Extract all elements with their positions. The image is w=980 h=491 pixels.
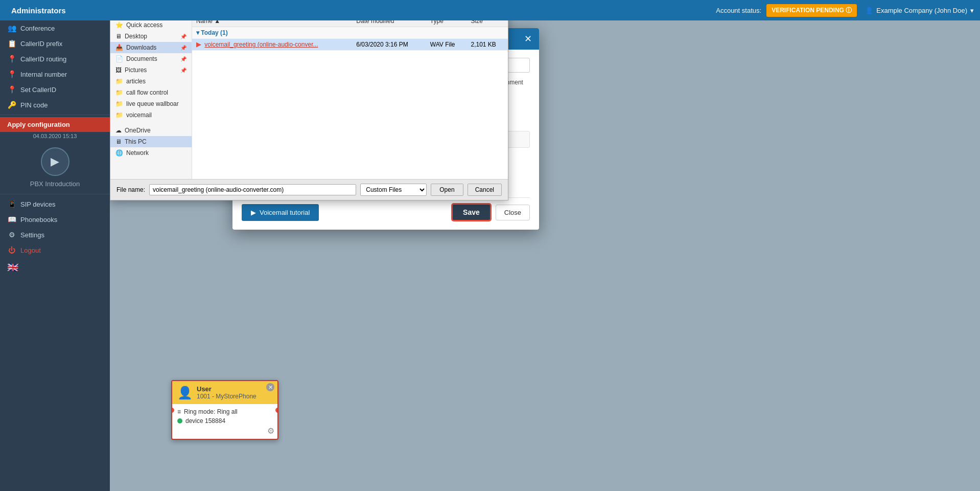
sidebar-live-queue[interactable]: 📁 live queue wallboar xyxy=(110,98,192,109)
verification-badge[interactable]: VERIFICATION PENDING ⓘ xyxy=(766,4,857,17)
network-icon: 🌐 xyxy=(115,149,123,157)
pbx-intro-video-btn[interactable]: ▶ xyxy=(41,147,69,176)
user-card-header: 👤 User 1001 - MyStorePhone ✕ xyxy=(172,381,277,404)
ring-mode-label: Ring mode: Ring all xyxy=(184,408,238,415)
cancel-button[interactable]: Cancel xyxy=(468,184,502,196)
table-row[interactable]: ▶ voicemail_greeting (online-audio-conve… xyxy=(192,39,508,51)
file-name: voicemail_greeting (online-audio-conver.… xyxy=(204,41,318,48)
pin-icon: 📌 xyxy=(180,45,186,51)
user-card-gear-icon[interactable]: ⚙ xyxy=(267,426,274,436)
sidebar-item-label: PIN code xyxy=(20,101,48,109)
file-group-header: ▾ Today (1) xyxy=(192,27,508,39)
sidebar-item-sip-devices[interactable]: 📱 SIP devices xyxy=(0,196,110,212)
file-dialog-footer: File name: Custom Files Open Cancel xyxy=(110,179,508,200)
sidebar: 👥 Conference 📋 CallerID prefix 📍 CallerI… xyxy=(0,0,110,491)
file-name-label: File name: xyxy=(116,186,145,193)
pin-icon: 📌 xyxy=(180,56,186,62)
sidebar-item-callerid-prefix[interactable]: 📋 CallerID prefix xyxy=(0,36,110,51)
sidebar-timestamp: 04.03.2020 15:13 xyxy=(0,132,110,143)
language-flag[interactable]: 🇬🇧 xyxy=(0,258,110,277)
phonebooks-icon: 📖 xyxy=(7,215,16,224)
file-size: 2,101 KB xyxy=(466,39,508,51)
articles-label: articles xyxy=(126,78,146,85)
close-button[interactable]: Close xyxy=(496,205,530,220)
desktop-label: Desktop xyxy=(125,33,147,40)
thispc-label: This PC xyxy=(125,138,147,145)
sidebar-item-label: Logout xyxy=(20,247,41,254)
sidebar-network[interactable]: 🌐 Network xyxy=(110,147,192,159)
dialog-footer: ▶ Voicemail tutorial Save Close xyxy=(242,197,530,221)
file-name-input[interactable] xyxy=(149,184,356,195)
pin-code-icon: 🔑 xyxy=(7,101,16,109)
admin-label: Administrators xyxy=(11,6,66,15)
user-info[interactable]: 👤 Example Company (John Doe) ▾ xyxy=(865,7,974,14)
file-type: WAV File xyxy=(426,39,467,51)
device-status-dot xyxy=(177,418,182,423)
sidebar-item-phonebooks[interactable]: 📖 Phonebooks xyxy=(0,212,110,227)
sidebar-item-pin-code[interactable]: 🔑 PIN code xyxy=(0,97,110,113)
sidebar-item-set-callerid[interactable]: 📍 Set CallerID xyxy=(0,82,110,97)
ring-mode-icon: ≡ xyxy=(177,408,181,415)
sidebar-pictures[interactable]: 🖼 Pictures 📌 xyxy=(110,64,192,76)
sidebar-voicemail[interactable]: 📁 voicemail xyxy=(110,109,192,121)
file-sidebar: ⭐ Quick access 🖥 Desktop 📌 📥 Downloads 📌… xyxy=(110,15,192,179)
settings-icon: ⚙ xyxy=(7,231,16,239)
callerid-routing-icon: 📍 xyxy=(7,55,16,63)
sidebar-documents[interactable]: 📄 Documents 📌 xyxy=(110,53,192,64)
voicemail-label: voicemail xyxy=(126,111,152,119)
pin-icon: 📌 xyxy=(180,34,186,39)
sidebar-item-label: SIP devices xyxy=(20,200,55,208)
sidebar-item-label: Conference xyxy=(20,25,55,32)
callerid-prefix-icon: 📋 xyxy=(7,39,16,48)
sidebar-item-label: Settings xyxy=(20,231,44,239)
onedrive-label: OneDrive xyxy=(125,127,151,134)
top-bar: Administrators Account status: VERIFICAT… xyxy=(0,0,980,20)
device-label: device 158884 xyxy=(185,417,225,425)
sidebar-call-flow[interactable]: 📁 call flow control xyxy=(110,87,192,98)
sidebar-item-apply-config[interactable]: Apply configuration xyxy=(0,117,110,132)
user-label: Example Company (John Doe) xyxy=(876,7,967,14)
sidebar-downloads[interactable]: 📥 Downloads 📌 xyxy=(110,42,192,53)
sidebar-desktop[interactable]: 🖥 Desktop 📌 xyxy=(110,31,192,42)
tutorial-label: Voicemail tutorial xyxy=(260,209,310,216)
sidebar-item-settings[interactable]: ⚙ Settings xyxy=(0,227,110,242)
documents-icon: 📄 xyxy=(115,55,123,62)
file-date: 6/03/2020 3:16 PM xyxy=(352,39,426,51)
internal-number-icon: 📍 xyxy=(7,70,16,78)
network-label: Network xyxy=(126,149,149,157)
sidebar-articles[interactable]: 📁 articles xyxy=(110,76,192,87)
live-queue-label: live queue wallboar xyxy=(126,100,179,107)
quick-access-label: Quick access xyxy=(126,21,162,29)
sidebar-item-internal-number[interactable]: 📍 Internal number xyxy=(0,66,110,82)
wav-file-icon: ▶ xyxy=(196,41,201,48)
play-icon: ▶ xyxy=(251,209,256,216)
folder-icon: 📁 xyxy=(115,100,123,107)
sidebar-item-label: CallerID prefix xyxy=(20,40,62,48)
pin-icon: 📌 xyxy=(180,68,186,73)
sidebar-item-label: CallerID routing xyxy=(20,55,66,63)
chevron-down-icon: ▾ xyxy=(970,7,974,14)
sidebar-thispc[interactable]: 🖥 This PC xyxy=(110,136,192,147)
save-button[interactable]: Save xyxy=(451,203,492,221)
open-button[interactable]: Open xyxy=(431,184,463,196)
desktop-icon: 🖥 xyxy=(115,33,122,40)
connector-dot-right xyxy=(274,407,278,414)
main-content: 👤 User 1001 - MyStorePhone ✕ ≡ Ring mode… xyxy=(110,0,980,491)
sidebar-item-label: Set CallerID xyxy=(20,86,56,94)
dialog-close-button[interactable]: ✕ xyxy=(524,33,532,44)
file-table: Name ▲ Date modified Type Size ▾ Today (… xyxy=(192,15,508,51)
sidebar-onedrive[interactable]: ☁ OneDrive xyxy=(110,125,192,136)
sidebar-item-conference[interactable]: 👥 Conference xyxy=(0,20,110,36)
sidebar-item-logout[interactable]: ⏻ Logout xyxy=(0,242,110,258)
pictures-icon: 🖼 xyxy=(115,66,122,74)
sidebar-item-callerid-routing[interactable]: 📍 CallerID routing xyxy=(0,51,110,66)
user-avatar-icon: 👤 xyxy=(177,386,193,400)
sip-devices-icon: 📱 xyxy=(7,200,16,208)
pictures-label: Pictures xyxy=(125,66,147,74)
user-card-close-button[interactable]: ✕ xyxy=(266,383,274,391)
user-card-body: ≡ Ring mode: Ring all device 158884 ⚙ xyxy=(172,404,277,439)
user-avatar-icon: 👤 xyxy=(865,7,873,14)
user-card: 👤 User 1001 - MyStorePhone ✕ ≡ Ring mode… xyxy=(171,380,278,440)
tutorial-button[interactable]: ▶ Voicemail tutorial xyxy=(242,204,319,221)
file-type-select[interactable]: Custom Files xyxy=(360,184,427,196)
